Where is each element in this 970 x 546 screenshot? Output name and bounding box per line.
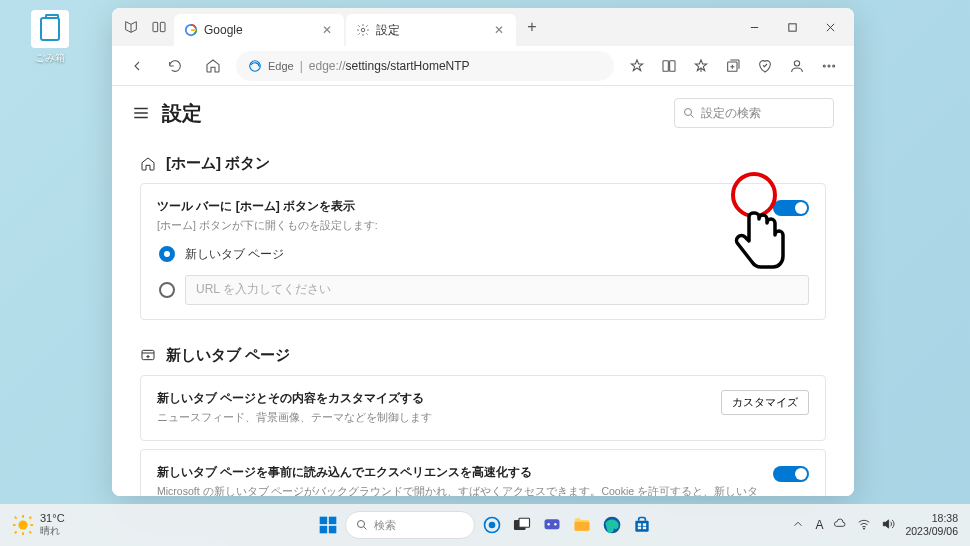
recycle-bin-icon [31, 10, 69, 48]
profile-icon[interactable] [782, 51, 812, 81]
customize-newtab-desc: ニュースフィード、背景画像、テーマなどを制御します [157, 410, 709, 426]
show-home-button-toggle[interactable] [773, 200, 809, 216]
maximize-button[interactable] [774, 12, 810, 42]
svg-point-57 [864, 528, 865, 529]
svg-line-23 [691, 115, 694, 118]
close-window-button[interactable] [812, 12, 848, 42]
preload-newtab-desc: Microsoft の新しいタブ ページがバックグラウンドで開かれ、すばやくアク… [157, 484, 761, 497]
close-tab-icon[interactable]: ✕ [492, 23, 506, 37]
svg-rect-56 [643, 527, 646, 530]
svg-line-34 [29, 531, 31, 533]
copilot-icon[interactable] [479, 512, 505, 538]
weather-condition: 晴れ [40, 524, 65, 538]
hamburger-menu-icon[interactable] [132, 104, 150, 122]
svg-rect-9 [663, 60, 668, 71]
svg-point-48 [547, 523, 550, 526]
search-icon [683, 107, 695, 119]
svg-point-28 [18, 520, 27, 529]
home-icon [140, 156, 156, 172]
gear-favicon-icon [356, 23, 370, 37]
workspaces-icon[interactable] [118, 14, 144, 40]
clock[interactable]: 18:38 2023/09/06 [905, 512, 958, 537]
svg-point-44 [489, 522, 496, 529]
browser-essentials-icon[interactable] [750, 51, 780, 81]
tab-title: Google [204, 23, 314, 37]
minimize-button[interactable] [736, 12, 772, 42]
chat-icon[interactable] [539, 512, 565, 538]
svg-rect-46 [519, 518, 530, 527]
svg-rect-47 [545, 519, 560, 529]
home-button-card: ツール バーに [ホーム] ボタンを表示 [ホーム] ボタンが下に開くものを設定… [140, 183, 826, 320]
favorites-icon[interactable] [686, 51, 716, 81]
svg-point-17 [828, 65, 830, 67]
more-menu-icon[interactable] [814, 51, 844, 81]
tab-settings[interactable]: 設定 ✕ [346, 14, 516, 46]
radio-new-tab-page[interactable] [159, 246, 175, 262]
ime-indicator[interactable]: A [815, 518, 823, 532]
svg-point-41 [358, 521, 365, 528]
preload-newtab-label: 新しいタブ ページを事前に読み込んでエクスペリエンスを高速化する [157, 464, 761, 481]
collections-icon[interactable] [718, 51, 748, 81]
new-tab-button[interactable]: + [518, 13, 546, 41]
tab-actions-icon[interactable] [146, 14, 172, 40]
show-home-button-desc: [ホーム] ボタンが下に開くものを設定します: [157, 218, 761, 234]
settings-search[interactable]: 設定の検索 [674, 98, 834, 128]
split-screen-icon[interactable] [654, 51, 684, 81]
close-tab-icon[interactable]: ✕ [320, 23, 334, 37]
customize-newtab-card: 新しいタブ ページとその内容をカスタマイズする ニュースフィード、背景画像、テー… [140, 375, 826, 441]
tray-chevron-icon[interactable] [791, 517, 805, 533]
browser-window: Google ✕ 設定 ✕ + Edge | edge://settings/s… [112, 8, 854, 496]
svg-point-49 [554, 523, 557, 526]
google-favicon-icon [184, 23, 198, 37]
task-view-icon[interactable] [509, 512, 535, 538]
favorite-button[interactable] [622, 51, 652, 81]
start-button[interactable] [315, 512, 341, 538]
svg-point-18 [833, 65, 835, 67]
edge-taskbar-icon[interactable] [599, 512, 625, 538]
url-brand: Edge [268, 60, 294, 72]
refresh-button[interactable] [160, 51, 190, 81]
volume-icon[interactable] [881, 517, 895, 533]
svg-rect-39 [320, 526, 328, 534]
newtab-icon [140, 347, 156, 363]
store-icon[interactable] [629, 512, 655, 538]
settings-content: 設定 設定の検索 [ホーム] ボタン ツール バーに [ホーム] ボタンを表示 … [112, 86, 854, 496]
svg-rect-5 [788, 23, 795, 30]
explorer-icon[interactable] [569, 512, 595, 538]
svg-rect-10 [670, 60, 675, 71]
search-icon [356, 519, 368, 531]
svg-rect-37 [320, 517, 328, 525]
home-url-input[interactable]: URL を入力してください [185, 275, 809, 305]
svg-rect-53 [638, 523, 641, 526]
weather-widget[interactable]: 31°C 晴れ [12, 512, 65, 538]
preload-newtab-toggle[interactable] [773, 466, 809, 482]
customize-newtab-label: 新しいタブ ページとその内容をカスタマイズする [157, 390, 709, 407]
preload-newtab-card: 新しいタブ ページを事前に読み込んでエクスペリエンスを高速化する Microso… [140, 449, 826, 497]
customize-button[interactable]: カスタマイズ [721, 390, 809, 415]
section-new-tab: 新しいタブ ページ [140, 346, 826, 365]
radio-custom-url[interactable] [159, 282, 175, 298]
tab-bar: Google ✕ 設定 ✕ + [112, 8, 854, 46]
show-home-button-label: ツール バーに [ホーム] ボタンを表示 [157, 198, 761, 215]
svg-rect-1 [160, 22, 165, 31]
url-field[interactable]: Edge | edge://settings/startHomeNTP [236, 51, 614, 81]
svg-line-42 [364, 527, 367, 530]
back-button[interactable] [122, 51, 152, 81]
search-placeholder: 設定の検索 [701, 105, 761, 122]
sun-icon [12, 514, 34, 536]
cloud-icon[interactable] [833, 517, 847, 533]
tab-google[interactable]: Google ✕ [174, 14, 344, 46]
taskbar-search[interactable]: 検索 [345, 511, 475, 539]
recycle-bin[interactable]: ごみ箱 [25, 10, 75, 65]
taskbar: 31°C 晴れ 検索 A 18:38 2023/09/06 [0, 504, 970, 546]
recycle-bin-label: ごみ箱 [25, 51, 75, 65]
svg-point-16 [823, 65, 825, 67]
section-home-button: [ホーム] ボタン [140, 154, 826, 173]
svg-point-22 [685, 109, 692, 116]
svg-line-35 [15, 531, 17, 533]
svg-rect-40 [329, 526, 337, 534]
svg-line-36 [29, 517, 31, 519]
svg-rect-38 [329, 517, 337, 525]
wifi-icon[interactable] [857, 517, 871, 533]
home-button[interactable] [198, 51, 228, 81]
